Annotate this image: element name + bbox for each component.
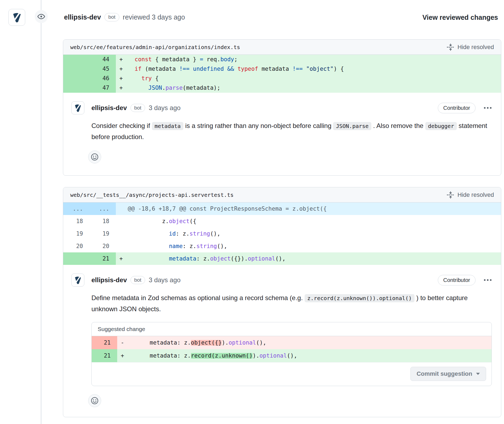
code-line: metadata: z.object({}).optional(), [129, 336, 492, 349]
code-line: metadata: z.record(z.unknown()).optional… [129, 349, 492, 362]
file-header: web/src/__tests__/async/projects-api.ser… [63, 187, 501, 203]
chevron-down-icon [476, 373, 480, 375]
code-token: optional [259, 353, 287, 359]
hide-resolved-button[interactable]: Hide resolved [447, 43, 494, 51]
file-header: web/src/ee/features/admin-api/organizati… [63, 40, 501, 55]
comment-author[interactable]: ellipsis-dev [91, 276, 127, 284]
code-line: metadata: z.object({}).optional(), [128, 252, 501, 265]
code-token: { [152, 76, 159, 81]
commit-suggestion-label: Commit suggestion [417, 370, 472, 377]
add-reaction-button[interactable] [88, 394, 101, 407]
code-line: try { [128, 74, 501, 83]
review-header: ellipsis-dev bot reviewed 3 days ago [64, 13, 185, 21]
code-token: id [169, 231, 176, 237]
hide-resolved-label: Hide resolved [457, 44, 494, 51]
ellipsis-logo [10, 11, 23, 24]
file-path-link[interactable]: web/src/__tests__/async/projects-api.ser… [70, 192, 234, 198]
code-token: string [196, 243, 217, 249]
code-token: JSON [148, 85, 162, 91]
suggested-change-title: Suggested change [92, 322, 492, 336]
hide-resolved-button[interactable]: Hide resolved [447, 191, 494, 199]
timeline-line [41, 0, 42, 424]
view-reviewed-changes-link[interactable]: View reviewed changes [422, 14, 498, 21]
diff-row: 47+ JSON.parse(metadata); [63, 83, 501, 93]
diff-marker [116, 203, 128, 215]
diff-marker: + [116, 64, 128, 74]
code-token: metadata: z. [129, 353, 191, 359]
suggestion-diff: 21- metadata: z.object({}).optional(),21… [92, 336, 492, 362]
line-number-old [63, 74, 90, 83]
code-token: const [135, 57, 152, 62]
diff-table: 44+ const { metadata } = req.body;45+ if… [63, 55, 501, 93]
suggested-change-block: Suggested change 21- metadata: z.object(… [91, 322, 492, 386]
comment-author[interactable]: ellipsis-dev [91, 104, 127, 112]
code-token: metadata [258, 66, 292, 72]
eye-icon [35, 10, 48, 23]
line-number-old: 19 [63, 227, 90, 240]
line-number-old: 18 [63, 215, 90, 227]
reviewer-login[interactable]: ellipsis-dev [64, 13, 101, 21]
comment-avatar[interactable] [71, 101, 84, 114]
code-token: : z. [196, 256, 210, 262]
code-line: id: z.string(), [128, 227, 501, 240]
code-token: ) { [334, 66, 344, 72]
ellipsis-logo [73, 275, 83, 285]
review-thread-card: web/src/__tests__/async/projects-api.ser… [63, 187, 501, 417]
diff-marker [116, 215, 128, 227]
code-token: req. [203, 57, 220, 62]
diff-marker: + [116, 74, 128, 83]
contributor-badge: Contributor [438, 275, 476, 285]
kebab-icon [484, 279, 492, 281]
comment-text: . Also remove the [371, 122, 425, 129]
bot-badge: bot [130, 276, 145, 284]
code-line: name: z.string(), [128, 240, 501, 252]
comment-timestamp[interactable]: 3 days ago [149, 104, 180, 112]
line-number-old: 20 [63, 240, 90, 252]
diff-row: 46+ try { [63, 74, 501, 83]
comment-timestamp[interactable]: 3 days ago [149, 276, 180, 284]
line-number-new: 46 [90, 74, 116, 83]
code-token [303, 66, 306, 72]
code-token: record(z.unknown() [191, 353, 253, 359]
comment-avatar[interactable] [71, 274, 84, 287]
suggestion-footer: Commit suggestion [92, 362, 492, 386]
comment-body: Consider checking if metadata is a strin… [91, 120, 490, 142]
code-token: object({} [191, 340, 222, 346]
code-token [234, 66, 238, 72]
inline-code: JSON.parse [333, 122, 371, 130]
line-number-new: 47 [90, 83, 116, 93]
code-token: name [169, 243, 183, 249]
code-token: optional [248, 256, 275, 262]
commit-suggestion-button[interactable]: Commit suggestion [410, 367, 486, 381]
code-token: ({}). [231, 256, 248, 262]
review-comment: ellipsis-dev bot 3 days ago Contributor … [63, 93, 501, 173]
code-token: (), [275, 256, 286, 262]
diff-row: 21+ metadata: z.record(z.unknown()).opti… [92, 349, 492, 362]
kebab-icon [484, 107, 492, 109]
line-number-new: 19 [90, 227, 116, 240]
code-token: if [135, 66, 141, 72]
file-path-link[interactable]: web/src/ee/features/admin-api/organizati… [70, 44, 240, 50]
line-number-new: 45 [90, 64, 116, 74]
comment-menu-button[interactable] [483, 278, 493, 282]
comment-header: ellipsis-dev bot 3 days ago Contributor [71, 101, 493, 114]
diff-marker: + [116, 252, 128, 265]
line-number-new: 18 [90, 215, 116, 227]
code-token: body [220, 57, 234, 62]
comment-text: Define metadata in Zod schemas as option… [91, 294, 305, 301]
reviewer-avatar[interactable] [8, 9, 25, 26]
add-reaction-button[interactable] [88, 150, 101, 163]
diff-row: 1818 z.object({ [63, 215, 501, 227]
inline-code: z.record(z.unknown()).optional() [305, 294, 414, 302]
code-token: metadata: z. [129, 340, 191, 346]
line-number-old: ... [63, 203, 90, 215]
comment-menu-button[interactable] [483, 105, 493, 110]
code-token: ; [234, 57, 238, 62]
code-line: const { metadata } = req.body; [128, 55, 501, 64]
fold-icon [447, 43, 454, 51]
code-token [128, 57, 135, 62]
code-token: ({ [190, 219, 196, 224]
code-token: (), [287, 353, 297, 359]
review-comment: ellipsis-dev bot 3 days ago Contributor … [63, 265, 501, 417]
code-token: ). [222, 340, 228, 346]
